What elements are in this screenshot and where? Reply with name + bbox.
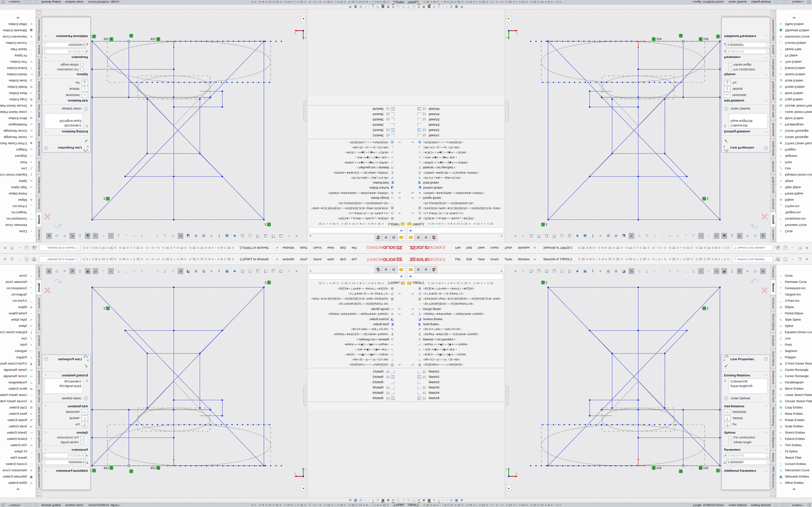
commandmanager-tab[interactable]: Data Migration	[36, 428, 41, 450]
status-cube-icon[interactable]: ❒	[2, 0, 5, 4]
commandmanager-tab[interactable]: ⋮	[36, 489, 41, 496]
tree-row[interactable]: ◂ ▸ ▤ ○Ƨ5ƷЄИNΛ∪∙○∘○∙∪ΛNИƷЄƧ5○	[406, 140, 505, 145]
flyout-menu-item[interactable]: ∷ Linear Sketch Pattern	[776, 392, 812, 398]
status-custom-dropdown[interactable]: Custom ▴	[790, 0, 805, 3]
bottom-tool-icon[interactable]: ⌐	[438, 498, 440, 502]
flyout-menu-item[interactable]: ƒ Equation Driven Curve	[776, 329, 812, 335]
flyout-menu-item[interactable]: ⊂ Offset Entities	[0, 21, 36, 27]
commandmanager-tab[interactable]: MBD Dimensions	[771, 465, 776, 489]
flyout-menu-item[interactable]: ◟ Fit Spline	[0, 52, 36, 59]
tree-row[interactable]: ▱ ○⊕ИN◎∙+○✳◉[○∘○]◉✳○+∙◎NИ⊕○	[406, 160, 505, 165]
menu-item[interactable]: File	[349, 244, 360, 251]
menu-item[interactable]: View	[475, 244, 488, 251]
tab-featuremanager[interactable]	[407, 234, 414, 241]
commandmanager-tab[interactable]: Features	[771, 265, 776, 279]
flyout-menu-item[interactable]: ⇲ Scale Entities	[0, 77, 36, 84]
bottom-tool-icon[interactable]: ▦	[382, 5, 384, 9]
parameter-input[interactable]	[46, 460, 85, 465]
flyout-menu-item[interactable]: ⊛ Circular Sketch Pattern	[0, 398, 36, 404]
relations-listbox[interactable]: Collinear108 Equal length109	[44, 378, 83, 394]
flyout-menu-item[interactable]: ⊛ Circular Sketch Pattern	[776, 103, 812, 109]
search-box[interactable]: ❒ ▾	[39, 256, 80, 263]
commandmanager-tab[interactable]: Sheet Metal	[771, 349, 776, 368]
tab-featuremanager[interactable]	[407, 266, 414, 273]
bottom-tool-icon[interactable]: ❏	[397, 498, 400, 502]
flyout-menu-item[interactable]: ↗ Move Entities	[776, 90, 812, 96]
commandmanager-tab[interactable]: ⋮	[771, 489, 776, 496]
flyout-more-chevron[interactable]: ≫	[0, 16, 36, 19]
graphics-area[interactable]: ⌖ ▾ ❏ ❐ ❑ ❒ ▢	[505, 265, 770, 498]
tree-row[interactable]: ▱ ○∙◎⊕○✳◉[○∘○]◉✳○⊕◎∙○	[406, 155, 505, 160]
bottom-tool-icon[interactable]: ✎	[407, 498, 410, 502]
flyout-menu-item[interactable]: ∿ Spline	[0, 178, 36, 184]
flyout-menu-item[interactable]: ╱ Line	[0, 335, 36, 342]
section-existing-relations[interactable]: Existing Relations ⌃	[42, 129, 90, 134]
tree-row[interactable]: ◪ Surface Bodies	[406, 317, 505, 322]
tree-row[interactable]: ▱ ○⊕Э5Ɔ∘∙○✳◉[○∘○]◉✳○∙∘Ɔ5Э⊕○	[307, 352, 406, 357]
flyout-menu-item[interactable]: ◔ Partial Ellipse	[0, 310, 36, 317]
tree-row[interactable]: ∟ ○ИN∘5Ɔ∘∙◎○∘○◎∙∘Ɔ5∘NИ○	[406, 357, 505, 362]
tree-row[interactable]: ▥ ○Ƨ5⊕ƷЄƧ5○ИN◎∘⊕ƆCƷЄNƷЄƧ5○∘○Ƨ5ƷЄNƷЄƆC⊕∘◎…	[406, 296, 505, 301]
bottom-tool-icon[interactable]: ◷	[450, 5, 452, 9]
bottom-tool-icon[interactable]: ✑	[418, 498, 420, 502]
bottom-tool-icon[interactable]: ⇅	[376, 5, 379, 9]
tree-row-sketch[interactable]: (-) Sketch5	[307, 117, 406, 122]
close-button[interactable]: ✕	[803, 245, 811, 250]
flyout-menu-item[interactable]: ⇲ Scale Entities	[776, 77, 812, 84]
tree-row-sketch[interactable]: (-) Sketch1	[406, 133, 505, 138]
tree-row[interactable]: ∟ ○ИN∘5Ɔ∘∙◎○∘○◎∙∘Ɔ5∘NИ○	[307, 357, 406, 362]
bottom-tool-icon[interactable]: ⚙	[460, 498, 463, 502]
tree-row[interactable]: ◔ ○Ƨ5∙◎Ƨ5ИNƷЄƧ5○∘○Ƨ5ƷЄИNƧ5◎∙Ƨ5○	[406, 201, 505, 206]
flyout-menu-item[interactable]: ∷ Linear Sketch Pattern	[0, 392, 36, 398]
section-additional-parameters[interactable]: Additional Parameters ⌄	[722, 34, 770, 39]
status-custom-dropdown[interactable]: Custom ▴	[790, 504, 805, 507]
menu-item[interactable]: File	[452, 244, 463, 251]
flyout-menu-item[interactable]: ↗ Move Entities	[776, 411, 812, 417]
tree-row[interactable]: ◂ ▸ A ○Ƨ5ИN◎∘⊕А⊕◎ИNА○∘○АИN◎⊕А⊕∘◎NИƧ5○	[406, 190, 505, 195]
commandmanager-tab[interactable]: Mold Tools	[36, 102, 41, 120]
flyout-menu-item[interactable]: ◠ Centerpoint Arc	[0, 285, 36, 291]
flyout-menu-item[interactable]: ∿ Style Spline	[776, 184, 812, 190]
menu-item[interactable]: Insert	[488, 256, 502, 263]
flyout-menu-item[interactable]: ⊖ Ellipse	[776, 197, 812, 203]
commandmanager-tab[interactable]: Weldments	[771, 369, 776, 387]
commandmanager-tab[interactable]: Evaluate	[36, 333, 41, 348]
relation-item[interactable]: Collinear108	[46, 123, 82, 128]
relation-item[interactable]: Equal length109	[730, 119, 766, 123]
commandmanager-tab[interactable]: Data Migration	[771, 57, 776, 79]
flyout-menu-item[interactable]: ◡ 3 Point Arc	[0, 203, 36, 209]
flyout-menu-item[interactable]: ⊂ Offset Entities	[0, 480, 36, 486]
flyout-menu-item[interactable]: ∷ Linear Sketch Pattern	[0, 109, 36, 115]
close-button[interactable]: ✕	[1, 245, 9, 250]
tree-row-sketch[interactable]: (-) Sketch5	[307, 385, 406, 390]
tree-row[interactable]: Σ ○Ƨ5ИN◎∘⊕АШ≡ƷЄ○∘○ЄƷ≡ШΑ⊕∘◎NИƧ5○	[406, 170, 505, 175]
tree-row[interactable]: ◂ ▸ ▭ Design Binder	[406, 306, 505, 312]
pin-icon[interactable]: ➤	[532, 245, 537, 250]
tree-row[interactable]: ▱ ○∙◎⊕○✳◉[○∘○]◉✳○⊕◎∙○	[307, 155, 406, 160]
tree-row-sketch[interactable]: (-) Sketch4	[406, 390, 505, 395]
flyout-menu-item[interactable]: ⧉ Copy Entities	[0, 96, 36, 103]
commandmanager-tab[interactable]: Features	[36, 265, 41, 279]
flyout-menu-item[interactable]: ⊢ Stretch Entities	[776, 71, 812, 77]
flyout-menu-item[interactable]: ⊖ Ellipse	[0, 304, 36, 310]
restore-button[interactable]: ❐	[796, 245, 803, 250]
bottom-tool-icon[interactable]: |	[442, 498, 443, 502]
tree-row[interactable]: ◧ Solid Bodies	[406, 180, 505, 185]
commandmanager-tab[interactable]: Sheet Metal	[771, 139, 776, 158]
tree-row-sketch[interactable]: (-) Sketch1	[307, 133, 406, 138]
close-button[interactable]: ✕	[1, 257, 9, 262]
flyout-menu-item[interactable]: ⇄ Mirror Entities	[776, 115, 812, 121]
flyout-menu-item[interactable]: ∿ Style Spline	[776, 317, 812, 323]
ok-check-button[interactable]: ✓	[42, 363, 90, 370]
section-existing-relations[interactable]: Existing Relations ⌃	[722, 129, 770, 134]
flyout-menu-item[interactable]: ◌ Perimeter Circle	[776, 279, 812, 285]
status-cube-icon[interactable]: ❒	[2, 503, 5, 507]
bottom-tool-icon[interactable]: ◔	[365, 5, 367, 9]
restore-button[interactable]: ❐	[9, 245, 16, 250]
tree-row-sketch[interactable]: (-) Sketch1	[307, 369, 406, 374]
section-parameters[interactable]: Parameters ⌃	[42, 447, 90, 452]
flyout-menu-item[interactable]: ◡ 3 Point Arc	[0, 298, 36, 304]
commandmanager-tab[interactable]: Markup	[771, 43, 776, 56]
tree-row[interactable]: ▱ ○∙◎⊕○✳◉[○∘○]◉✳○⊕◎∙○	[406, 347, 505, 352]
close-button[interactable]: ✕	[803, 257, 811, 262]
